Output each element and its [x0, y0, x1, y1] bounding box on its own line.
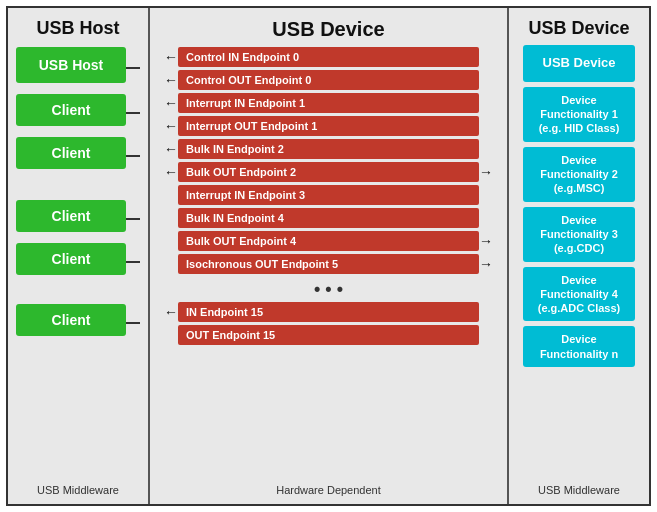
- endpoint-row-11: OUT Endpoint 15: [154, 325, 503, 345]
- middle-title: USB Device: [154, 18, 503, 41]
- right-title: USB Device: [528, 18, 629, 39]
- client-block-5: Client: [16, 304, 126, 336]
- endpoint-row-5: ← Bulk OUT Endpoint 2 →: [154, 162, 503, 182]
- endpoint-11: OUT Endpoint 15: [178, 325, 479, 345]
- left-bottom: USB Middleware: [37, 484, 119, 500]
- arrow-left-3: ←: [154, 118, 178, 134]
- endpoint-2: Interrupt IN Endpoint 1: [178, 93, 479, 113]
- arrow-right-8: →: [479, 233, 503, 249]
- endpoint-row-7: Bulk IN Endpoint 4: [154, 208, 503, 228]
- endpoint-7: Bulk IN Endpoint 4: [178, 208, 479, 228]
- middle-bottom: Hardware Dependent: [276, 484, 381, 500]
- left-title: USB Host: [36, 18, 119, 39]
- endpoint-row-9: Isochronous OUT Endpoint 5 →: [154, 254, 503, 274]
- endpoint-row-2: ← Interrupt IN Endpoint 1: [154, 93, 503, 113]
- endpoint-row-10: ← IN Endpoint 15: [154, 302, 503, 322]
- dots: • • •: [154, 279, 503, 300]
- endpoint-row-4: ← Bulk IN Endpoint 2: [154, 139, 503, 159]
- func-block-2: DeviceFunctionality 2(e.g.MSC): [523, 147, 635, 202]
- arrow-left-1: ←: [154, 72, 178, 88]
- arrow-left-2: ←: [154, 95, 178, 111]
- func-usb-device: USB Device: [523, 45, 635, 82]
- endpoint-10: IN Endpoint 15: [178, 302, 479, 322]
- endpoint-3: Interrupt OUT Endpoint 1: [178, 116, 479, 136]
- endpoint-row-8: Bulk OUT Endpoint 4 →: [154, 231, 503, 251]
- diagram: USB Host USB Host Client Client Client: [6, 6, 651, 506]
- host-blocks: USB Host Client Client Client Clie: [16, 47, 140, 484]
- right-column: USB Device USB Device DeviceFunctionalit…: [509, 8, 649, 504]
- endpoint-8: Bulk OUT Endpoint 4: [178, 231, 479, 251]
- endpoint-4: Bulk IN Endpoint 2: [178, 139, 479, 159]
- endpoint-row-3: ← Interrupt OUT Endpoint 1: [154, 116, 503, 136]
- client-block-2: Client: [16, 137, 126, 169]
- endpoint-6: Interrupt IN Endpoint 3: [178, 185, 479, 205]
- func-block-n: DeviceFunctionality n: [523, 326, 635, 367]
- endpoint-row-1: ← Control OUT Endpoint 0: [154, 70, 503, 90]
- func-block-3: DeviceFunctionality 3(e.g.CDC): [523, 207, 635, 262]
- endpoint-0: Control IN Endpoint 0: [178, 47, 479, 67]
- client-block-4: Client: [16, 243, 126, 275]
- usb-host-block: USB Host: [16, 47, 126, 83]
- endpoint-row-6: Interrupt IN Endpoint 3: [154, 185, 503, 205]
- client-block-3: Client: [16, 200, 126, 232]
- endpoint-5: Bulk OUT Endpoint 2: [178, 162, 479, 182]
- arrow-right-9: →: [479, 256, 503, 272]
- arrow-left-0: ←: [154, 49, 178, 65]
- func-block-4: DeviceFunctionality 4(e.g.ADC Class): [523, 267, 635, 322]
- arrow-left-4: ←: [154, 141, 178, 157]
- arrow-right-5: →: [479, 164, 503, 180]
- arrow-left-5: ←: [154, 164, 178, 180]
- endpoint-9: Isochronous OUT Endpoint 5: [178, 254, 479, 274]
- client-block-1: Client: [16, 94, 126, 126]
- endpoint-row-0: ← Control IN Endpoint 0: [154, 47, 503, 67]
- arrow-left-10: ←: [154, 304, 178, 320]
- endpoint-1: Control OUT Endpoint 0: [178, 70, 479, 90]
- right-bottom: USB Middleware: [538, 484, 620, 500]
- func-block-1: DeviceFunctionality 1(e.g. HID Class): [523, 87, 635, 142]
- left-column: USB Host USB Host Client Client Client: [8, 8, 148, 504]
- middle-column: USB Device ← Control IN Endpoint 0 ← Con…: [150, 8, 507, 504]
